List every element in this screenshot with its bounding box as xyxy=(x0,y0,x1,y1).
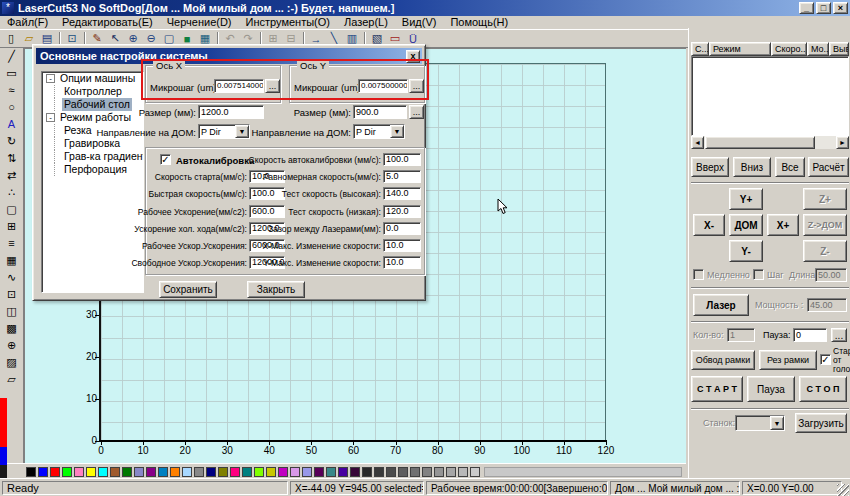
calculate-button[interactable]: Расчёт xyxy=(808,157,849,177)
palette-color-swatch[interactable] xyxy=(122,467,132,477)
palette-color-swatch[interactable] xyxy=(326,467,336,477)
setting-field[interactable]: 10.0 xyxy=(383,239,421,252)
chevron-down-icon[interactable]: ▼ xyxy=(390,125,404,138)
list-column-header[interactable]: Скоро... xyxy=(771,42,807,56)
menu-item[interactable]: Инструменты(O) xyxy=(239,16,337,29)
scroll-right-icon[interactable]: ► xyxy=(836,136,849,149)
task-list-body[interactable] xyxy=(691,56,849,136)
scroll-left-icon[interactable]: ◄ xyxy=(691,136,704,149)
rotate-tool-icon[interactable]: ↻ xyxy=(3,133,20,149)
palette-color-swatch[interactable] xyxy=(50,467,60,477)
home-dir-y-select[interactable]: P Dir▼ xyxy=(353,124,405,139)
move-down-button[interactable]: Вниз xyxy=(733,157,771,177)
pause-button[interactable]: Пауза xyxy=(747,376,795,402)
palette-color-swatch[interactable] xyxy=(350,467,360,477)
autocalibration-checkbox[interactable]: ✓ xyxy=(160,154,171,165)
mesh-tool-icon[interactable]: ▩ xyxy=(3,320,20,336)
home-dir-x-select[interactable]: P Dir▼ xyxy=(198,124,250,139)
start-from-head-checkbox[interactable]: ✓ xyxy=(820,354,831,365)
menu-item[interactable]: Лазер(L) xyxy=(337,16,395,29)
stop-button[interactable]: С Т О П xyxy=(799,376,847,402)
palette-color-swatch[interactable] xyxy=(158,467,168,477)
maximize-button[interactable]: □ xyxy=(816,2,831,14)
palette-color-swatch[interactable] xyxy=(290,467,300,477)
palette-color-swatch[interactable] xyxy=(446,467,456,477)
palette-color-swatch[interactable] xyxy=(458,467,468,477)
polyline-tool-icon[interactable]: ≈ xyxy=(3,82,20,98)
tree-expander-icon[interactable]: - xyxy=(46,113,55,122)
size-x-field[interactable]: 1200.0 xyxy=(198,105,264,119)
start-button[interactable]: С Т А Р Т xyxy=(691,376,743,402)
size-y-field[interactable]: 900.0 xyxy=(353,105,407,119)
cut-frame-button[interactable]: Рез рамки xyxy=(759,350,817,370)
palette-color-swatch[interactable] xyxy=(38,467,48,477)
palette-color-swatch[interactable] xyxy=(230,467,240,477)
pause-count-field[interactable]: 0 xyxy=(793,328,827,342)
minimize-button[interactable]: _ xyxy=(799,2,814,14)
palette-color-swatch[interactable] xyxy=(146,467,156,477)
jog-x-minus-button[interactable]: X- xyxy=(693,214,725,236)
palette-color-swatch[interactable] xyxy=(266,467,276,477)
outline-frame-button[interactable]: Обвод рамки xyxy=(691,350,755,370)
tree-item-node[interactable]: -Опции машины xyxy=(42,72,143,85)
palette-color-swatch[interactable] xyxy=(362,467,372,477)
new-icon[interactable]: ▯ xyxy=(2,31,20,47)
laser-button[interactable]: Лазер xyxy=(693,294,749,316)
setting-field[interactable]: 140.0 xyxy=(383,187,421,200)
tree-item-node[interactable]: Грав-ка градиентом xyxy=(42,150,143,163)
palette-color-swatch[interactable] xyxy=(302,467,312,477)
resize-grip[interactable] xyxy=(837,484,849,496)
list-column-header[interactable]: С... xyxy=(691,42,709,56)
tree-expander-icon[interactable]: - xyxy=(46,74,55,83)
jog-home-button[interactable]: ДОМ xyxy=(729,214,763,236)
palette-color-swatch[interactable] xyxy=(194,467,204,477)
menu-item[interactable]: Редактировать(E) xyxy=(55,16,160,29)
jog-y-plus-button[interactable]: Y+ xyxy=(729,188,763,210)
eraser-tool-icon[interactable]: ▱ xyxy=(3,371,20,387)
setting-field[interactable]: 120.0 xyxy=(383,205,421,218)
palette-color-swatch[interactable] xyxy=(218,467,228,477)
menu-item[interactable]: Помощь(Н) xyxy=(443,16,515,29)
setting-field[interactable]: 10.0 xyxy=(383,256,421,269)
palette-color-swatch[interactable] xyxy=(74,467,84,477)
save-button[interactable]: Сохранить xyxy=(159,281,217,298)
mirror-v-tool-icon[interactable]: ⇅ xyxy=(3,150,20,166)
menu-item[interactable]: Файл(F) xyxy=(0,16,55,29)
palette-color-swatch[interactable] xyxy=(110,467,120,477)
load-button[interactable]: Загрузить xyxy=(795,413,847,433)
text-tool-icon[interactable]: A xyxy=(3,116,20,132)
array-copy-tool-icon[interactable]: ⊞ xyxy=(3,218,20,234)
palette-color-swatch[interactable] xyxy=(386,467,396,477)
microstep-x-field[interactable]: 0.0075140000 xyxy=(214,79,264,93)
palette-color-swatch[interactable] xyxy=(182,467,192,477)
jog-y-minus-button[interactable]: Y- xyxy=(729,240,763,262)
align-tool-icon[interactable]: ≡ xyxy=(3,235,20,251)
offset-tool-icon[interactable]: ⊕ xyxy=(3,337,20,353)
pause-more-button[interactable]: ... xyxy=(831,328,847,342)
close-dialog-button[interactable]: Закрыть xyxy=(247,281,305,298)
palette-color-swatch[interactable] xyxy=(242,467,252,477)
palette-color-swatch[interactable] xyxy=(470,467,480,477)
menu-item[interactable]: Вид(V) xyxy=(395,16,444,29)
palette-color-swatch[interactable] xyxy=(26,467,36,477)
rect-tool-icon[interactable]: ▭ xyxy=(3,65,20,81)
palette-color-swatch[interactable] xyxy=(422,467,432,477)
palette-color-swatch[interactable] xyxy=(206,467,216,477)
microstep-x-more-button[interactable]: ... xyxy=(265,79,280,93)
line-tool-icon[interactable]: ╱ xyxy=(3,48,20,64)
tree-item-node[interactable]: Контроллер xyxy=(42,85,143,98)
size-y-more-button[interactable]: ... xyxy=(409,105,424,119)
move-up-button[interactable]: Вверх xyxy=(691,157,729,177)
ellipse-tool-icon[interactable]: ○ xyxy=(3,99,20,115)
palette-color-swatch[interactable] xyxy=(374,467,384,477)
curve-tool-icon[interactable]: ∿ xyxy=(3,269,20,285)
list-column-header[interactable]: Выво xyxy=(829,42,849,56)
palette-color-swatch[interactable] xyxy=(98,467,108,477)
scroll-thumb[interactable] xyxy=(705,136,815,149)
palette-color-swatch[interactable] xyxy=(314,467,324,477)
menu-item[interactable]: Черчение(D) xyxy=(160,16,239,29)
palette-color-swatch[interactable] xyxy=(62,467,72,477)
palette-color-swatch[interactable] xyxy=(410,467,420,477)
tree-item-node[interactable]: Гравировка xyxy=(42,137,143,150)
setting-field[interactable]: 600.0 xyxy=(249,205,285,218)
